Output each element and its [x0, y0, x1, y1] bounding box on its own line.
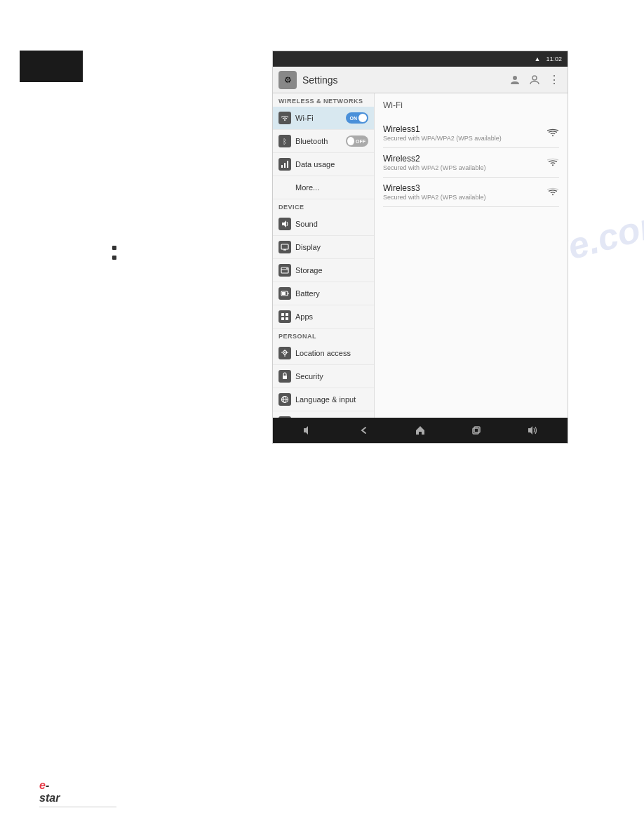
apps-icon [279, 310, 291, 323]
settings-app-icon: ⚙ [279, 71, 297, 89]
svg-rect-6 [281, 244, 288, 249]
svg-point-1 [532, 76, 537, 80]
storage-label: Storage [295, 266, 368, 274]
more-options-icon[interactable]: ⋮ [546, 72, 562, 88]
sidebar-item-security[interactable]: Security [273, 365, 374, 388]
data-usage-label: Data usage [295, 160, 368, 168]
svg-point-0 [513, 76, 517, 80]
tablet-device: ▲ 11:02 ⚙ Settings ⋮ [272, 51, 568, 444]
wifi-network-2-name: Wireless2 [383, 154, 546, 164]
status-bar: ▲ 11:02 [273, 51, 568, 67]
wifi-network-1-security: Secured with WPA/WPA2 (WPS available) [383, 135, 546, 142]
svg-rect-35 [474, 427, 480, 432]
more-label: More... [295, 183, 368, 192]
sidebar-item-backup[interactable]: Backup & reset [273, 411, 374, 418]
svg-rect-16 [286, 313, 288, 316]
svg-rect-25 [283, 376, 287, 379]
app-bar-actions: ⋮ [507, 72, 562, 88]
sidebar-item-language[interactable]: Language & input [273, 388, 374, 411]
nav-recents[interactable] [468, 422, 485, 439]
wifi-signal-medium-3 [546, 186, 559, 199]
status-time: 11:02 [546, 55, 562, 62]
wifi-network-1[interactable]: Wireless1 Secured with WPA/WPA2 (WPS ava… [383, 119, 559, 148]
app-bar-title: Settings [302, 74, 507, 86]
wifi-network-1-info: Wireless1 Secured with WPA/WPA2 (WPS ava… [383, 124, 546, 142]
language-label: Language & input [295, 395, 368, 404]
data-usage-icon [279, 158, 291, 171]
wifi-network-2[interactable]: Wireless2 Secured with WPA2 (WPS availab… [383, 148, 559, 178]
sidebar-item-wifi[interactable]: Wi-Fi ON [273, 107, 374, 130]
status-icons: ▲ 11:02 [535, 55, 562, 62]
wifi-label: Wi-Fi [295, 114, 346, 122]
wifi-panel-title: Wi-Fi [383, 100, 559, 113]
nav-bar [273, 418, 568, 443]
sidebar-item-sound[interactable]: Sound [273, 213, 374, 236]
wifi-network-3[interactable]: Wireless3 Secured with WPA2 (WPS availab… [383, 178, 559, 207]
sidebar-item-display[interactable]: Display [273, 236, 374, 259]
security-icon [279, 370, 291, 383]
sidebar-item-storage[interactable]: Storage [273, 259, 374, 282]
section-personal: PERSONAL [273, 329, 374, 342]
battery-icon [279, 287, 291, 300]
wifi-network-2-security: Secured with WPA2 (WPS available) [383, 164, 546, 171]
wifi-network-3-security: Secured with WPA2 (WPS available) [383, 194, 546, 201]
svg-rect-3 [284, 163, 286, 168]
nav-home[interactable] [412, 422, 429, 439]
footer-line [39, 807, 116, 807]
storage-icon [279, 264, 291, 277]
footer-logo: e-star [39, 779, 60, 805]
location-label: Location access [295, 349, 368, 357]
sidebar-item-bluetooth[interactable]: ᛒ Bluetooth OFF [273, 130, 374, 153]
wifi-network-3-name: Wireless3 [383, 183, 546, 193]
sound-icon [279, 218, 291, 230]
svg-rect-4 [287, 161, 288, 168]
section-wireless-networks: WIRELESS & NETWORKS [273, 93, 374, 107]
more-icon [279, 181, 291, 194]
section-device: DEVICE [273, 199, 374, 213]
wifi-toggle[interactable]: ON [346, 112, 368, 124]
battery-label: Battery [295, 289, 368, 298]
location-icon [279, 347, 291, 359]
svg-rect-34 [473, 428, 478, 434]
sidebar-item-more[interactable]: More... [273, 176, 374, 199]
sidebar-item-apps[interactable]: Apps [273, 305, 374, 329]
bluetooth-label: Bluetooth [295, 137, 346, 145]
apps-label: Apps [295, 312, 368, 321]
svg-rect-18 [286, 317, 288, 320]
person2-icon[interactable] [527, 72, 542, 88]
nav-volume-down[interactable] [300, 422, 316, 439]
security-label: Security [295, 372, 368, 380]
nav-volume-up[interactable] [524, 422, 541, 439]
display-label: Display [295, 243, 368, 251]
nav-back[interactable] [356, 422, 373, 439]
bluetooth-toggle[interactable]: OFF [346, 135, 368, 147]
wifi-network-2-info: Wireless2 Secured with WPA2 (WPS availab… [383, 154, 546, 171]
dots-decoration [112, 246, 116, 260]
backup-icon [279, 416, 291, 418]
svg-rect-14 [282, 292, 286, 295]
wifi-signal-medium-2 [546, 157, 559, 169]
svg-point-11 [286, 268, 288, 270]
signal-icon: ▲ [535, 55, 541, 62]
svg-rect-2 [281, 165, 283, 168]
svg-marker-33 [304, 426, 308, 435]
wifi-network-3-info: Wireless3 Secured with WPA2 (WPS availab… [383, 183, 546, 201]
sound-label: Sound [295, 220, 368, 228]
language-icon [279, 393, 291, 406]
svg-marker-36 [528, 426, 532, 435]
content-area: WIRELESS & NETWORKS Wi-Fi ON [273, 93, 568, 418]
wifi-panel: Wi-Fi Wireless1 Secured with WPA/WPA2 (W… [375, 93, 568, 418]
bluetooth-icon: ᛒ [279, 135, 291, 147]
sidebar: WIRELESS & NETWORKS Wi-Fi ON [273, 93, 375, 418]
app-bar: ⚙ Settings ⋮ [273, 67, 568, 93]
sidebar-item-location[interactable]: Location access [273, 342, 374, 365]
sidebar-item-battery[interactable]: Battery [273, 282, 374, 305]
display-icon [279, 241, 291, 253]
black-rectangle [20, 51, 83, 82]
wifi-network-1-name: Wireless1 [383, 124, 546, 134]
sidebar-item-data-usage[interactable]: Data usage [273, 153, 374, 176]
wifi-signal-strong [546, 127, 559, 140]
svg-rect-13 [288, 293, 289, 294]
svg-rect-15 [281, 313, 284, 316]
user-icon[interactable] [507, 72, 523, 88]
